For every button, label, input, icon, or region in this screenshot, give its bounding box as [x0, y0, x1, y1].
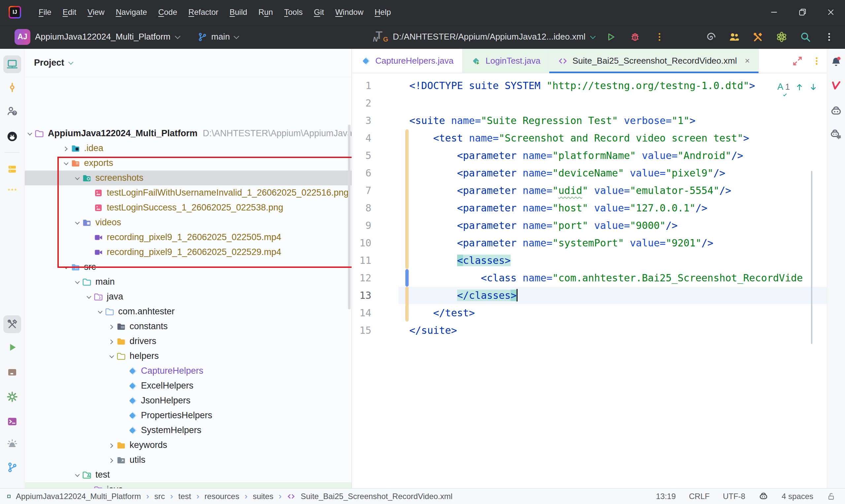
tree-item-systemhelpers[interactable]: SystemHelpers [25, 423, 352, 438]
inspections-widget[interactable]: A1 [777, 78, 817, 96]
menu-navigate[interactable]: Navigate [110, 5, 153, 19]
tree-item-java[interactable]: java [25, 482, 352, 488]
tree-item-utils[interactable]: utils [25, 452, 352, 467]
chevron-down-icon[interactable] [72, 277, 82, 287]
chevron-right-icon[interactable] [107, 441, 116, 450]
copilot-chat-icon[interactable] [827, 126, 845, 143]
project-tool-icon[interactable] [3, 55, 21, 73]
project-panel-header[interactable]: Project [25, 49, 352, 77]
menu-git[interactable]: Git [308, 5, 330, 19]
tree-item-exports[interactable]: exports [25, 156, 352, 170]
tree-item-main[interactable]: main [25, 274, 352, 289]
notifications-bell-icon[interactable] [827, 53, 845, 71]
minimize-button[interactable] [760, 0, 788, 24]
run-configuration-widget[interactable]: NTG D:/ANHTESTER/Appium/AppiumJava12...i… [373, 24, 594, 49]
tree-item-recording-pixel9-1-26062025-022529-mp4[interactable]: recording_pixel9_1_26062025_022529.mp4 [25, 245, 352, 259]
tree-item-propertieshelpers[interactable]: PropertiesHelpers [25, 408, 352, 423]
tree-item-testloginfailwithusernameinvalid-1-26062025-022516-png[interactable]: testLoginFailWithUsernameInvalid_1_26062… [25, 185, 352, 200]
tree-item-jsonhelpers[interactable]: JsonHelpers [25, 393, 352, 408]
tab-options-kebab-icon[interactable] [812, 56, 822, 66]
menu-refactor[interactable]: Refactor [183, 5, 224, 19]
tree-item-com-anhtester[interactable]: com.anhtester [25, 304, 352, 319]
copilot-status-icon[interactable] [758, 491, 769, 501]
tree-item--idea[interactable]: .idea [25, 141, 352, 156]
menu-tools[interactable]: Tools [279, 5, 308, 19]
close-button[interactable] [816, 0, 845, 24]
github-icon[interactable] [3, 127, 21, 145]
packages-icon[interactable] [3, 363, 21, 381]
tree-item-recording-pixel9-1-26062025-022505-mp4[interactable]: recording_pixel9_1_26062025_022505.mp4 [25, 230, 352, 245]
tab-capturehelpers-java[interactable]: CaptureHelpers.java [352, 49, 462, 73]
search-everywhere-icon[interactable] [798, 30, 813, 44]
breadcrumb-item[interactable]: resources [205, 492, 239, 501]
menu-code[interactable]: Code [153, 5, 182, 19]
git-branch-widget[interactable]: main [197, 24, 237, 49]
chevron-down-icon[interactable] [95, 307, 104, 316]
code-editor[interactable]: 123456789101112131415<!DOCTYPE suite SYS… [352, 74, 827, 488]
breadcrumb-current-file[interactable]: Suite_Bai25_Screenshot_RecordVideo.xml [301, 492, 453, 501]
commit-icon[interactable] [3, 78, 21, 96]
menu-help[interactable]: Help [369, 5, 397, 19]
close-tab-icon[interactable]: × [745, 56, 750, 66]
code-with-me-people-icon[interactable] [727, 30, 741, 44]
restore-button[interactable] [788, 0, 816, 24]
terminal-icon[interactable] [3, 413, 21, 430]
problems-siren-icon[interactable] [3, 435, 21, 452]
run-options-kebab-icon[interactable] [652, 30, 667, 44]
chevron-down-icon[interactable] [72, 218, 82, 227]
main-menu-kebab-icon[interactable] [822, 30, 837, 44]
chevron-right-icon[interactable] [107, 455, 116, 465]
menu-window[interactable]: Window [330, 5, 369, 19]
atom-plugin-icon[interactable] [774, 30, 789, 44]
menu-build[interactable]: Build [224, 5, 253, 19]
tree-item-appiumjava122024-multi-platform[interactable]: AppiumJava122024_Multi_PlatformD:\ANHTES… [25, 126, 352, 141]
debug-bug-icon[interactable] [628, 30, 642, 44]
tree-item-testloginsuccess-1-26062025-022538-png[interactable]: testLoginSuccess_1_26062025_022538.png [25, 200, 352, 215]
tree-item-java[interactable]: java [25, 289, 352, 304]
tree-item-capturehelpers[interactable]: CaptureHelpers [25, 363, 352, 378]
chevron-right-icon[interactable] [107, 337, 116, 346]
chevron-down-icon[interactable] [25, 129, 34, 138]
chevron-down-icon[interactable] [61, 159, 70, 168]
external-tools-icon[interactable] [751, 30, 765, 44]
menu-file[interactable]: File [33, 5, 57, 19]
menu-run[interactable]: Run [253, 5, 279, 19]
breadcrumb-item[interactable]: AppiumJava122024_Multi_Platform [16, 492, 141, 501]
chevron-down-icon[interactable] [72, 174, 82, 183]
unlocked-padlock-icon[interactable] [827, 492, 836, 501]
expand-editor-icon[interactable] [792, 55, 803, 67]
caret-position[interactable]: 13:19 [656, 492, 676, 501]
tree-item-helpers[interactable]: helpers [25, 349, 352, 363]
indent-setting[interactable]: 4 spaces [781, 492, 813, 501]
settings-gear-icon[interactable] [3, 388, 21, 406]
project-widget[interactable]: AJ AppiumJava122024_Multi_Platform [15, 24, 179, 49]
project-scrollbar[interactable] [348, 125, 351, 309]
chevron-right-icon[interactable] [61, 144, 70, 153]
tree-item-screenshots[interactable]: screenshots [25, 170, 352, 185]
more-tools-icon[interactable] [3, 181, 21, 199]
next-problem-arrow-icon[interactable] [809, 83, 817, 91]
tree-item-excelhelpers[interactable]: ExcelHelpers [25, 378, 352, 393]
file-encoding[interactable]: UTF-8 [723, 492, 745, 501]
build-tools-icon[interactable] [3, 315, 21, 333]
run-tool-icon[interactable] [3, 338, 21, 356]
menu-view[interactable]: View [82, 5, 110, 19]
chevron-right-icon[interactable] [107, 322, 116, 331]
chevron-down-icon[interactable] [107, 352, 116, 361]
copilot-icon[interactable] [827, 102, 845, 120]
ai-assistant-spiral-icon[interactable] [703, 30, 718, 44]
chevron-down-icon[interactable] [84, 292, 93, 302]
tab-suite-bai25-screenshot-recordvideo-xml[interactable]: Suite_Bai25_Screenshot_RecordVideo.xml× [549, 49, 758, 73]
tree-item-drivers[interactable]: drivers [25, 334, 352, 349]
tree-item-keywords[interactable]: keywords [25, 438, 352, 452]
tree-item-test[interactable]: test [25, 467, 352, 482]
previous-problem-arrow-icon[interactable] [795, 83, 804, 91]
play-icon[interactable] [603, 30, 618, 44]
chevron-down-icon[interactable] [61, 263, 70, 272]
breadcrumb-item[interactable]: src [155, 492, 165, 501]
tree-item-src[interactable]: src [25, 259, 352, 274]
tree-item-videos[interactable]: videos [25, 215, 352, 230]
line-separator[interactable]: CRLF [689, 492, 710, 501]
menu-edit[interactable]: Edit [57, 5, 82, 19]
learn-people-icon[interactable]: ? [3, 102, 21, 120]
